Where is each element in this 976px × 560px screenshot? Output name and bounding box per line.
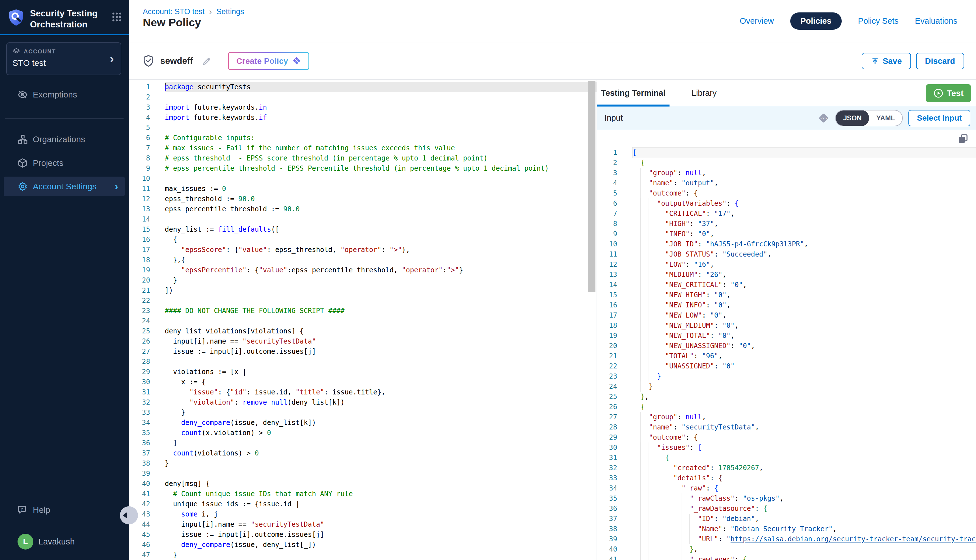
line-number: 13 bbox=[129, 204, 165, 214]
sidebar-item-label: Organizations bbox=[33, 135, 85, 144]
code-line: 34 "_raw": { bbox=[597, 483, 976, 493]
line-number: 15 bbox=[129, 224, 165, 235]
code-line: 25 }, bbox=[597, 392, 976, 402]
test-label: Test bbox=[947, 88, 964, 98]
code-line: 41 # Count unique issue IDs that match A… bbox=[129, 489, 597, 499]
input-json-code[interactable]: 1[2 {3 "group": null,4 "name": "output",… bbox=[597, 147, 976, 560]
line-number: 17 bbox=[597, 310, 632, 320]
line-number: 2 bbox=[597, 158, 632, 168]
avatar: L bbox=[18, 534, 33, 550]
policy-toolbar: sewdeff Create Policy ❖ Save bbox=[129, 43, 976, 80]
code-line: 40 }, bbox=[597, 544, 976, 554]
sidebar-item-exemptions[interactable]: Exemptions bbox=[0, 85, 129, 105]
discard-label: Discard bbox=[925, 57, 955, 66]
terminal-tabs: Testing Terminal Library Test bbox=[597, 80, 976, 106]
code-line: 10 "JOB_ID": "hAJS5-p4-GfrcCk9p3l3PR", bbox=[597, 239, 976, 249]
nav-policies-pill[interactable]: Policies bbox=[790, 12, 842, 30]
sidebar-item-projects[interactable]: Projects bbox=[0, 153, 129, 173]
line-number: 6 bbox=[597, 198, 632, 208]
code-line: 21 "TOTAL": "96", bbox=[597, 351, 976, 361]
code-line: 29 violations := [x | bbox=[129, 367, 597, 377]
line-number: 10 bbox=[129, 173, 165, 183]
code-line: 42 unique_issue_ids := {issue.id | bbox=[129, 499, 597, 509]
line-number: 1 bbox=[597, 147, 632, 158]
code-line: 7 "CRITICAL": "17", bbox=[597, 208, 976, 219]
format-option-json[interactable]: JSON bbox=[836, 110, 869, 126]
code-line: 40deny[msg] { bbox=[129, 478, 597, 489]
eye-off-icon bbox=[18, 90, 28, 100]
code-line: 41 "_rawLayer": { bbox=[597, 554, 976, 560]
format-toggle[interactable]: JSON YAML bbox=[835, 110, 903, 126]
line-number: 4 bbox=[597, 178, 632, 188]
sidebar-item-account-settings[interactable]: Account Settings › bbox=[4, 177, 125, 197]
tab-library[interactable]: Library bbox=[688, 80, 721, 106]
discard-button[interactable]: Discard bbox=[916, 53, 964, 69]
line-number: 32 bbox=[597, 463, 632, 473]
sidebar-item-help[interactable]: ? Help bbox=[0, 500, 129, 520]
shield-check-icon bbox=[143, 55, 154, 67]
line-number: 28 bbox=[129, 357, 165, 367]
code-line: 4 "name": "output", bbox=[597, 178, 976, 188]
code-line: 9# epss_percentile_threshold - EPSS Perc… bbox=[129, 163, 597, 173]
breadcrumb-settings-link[interactable]: Settings bbox=[217, 7, 244, 16]
copy-icon[interactable] bbox=[958, 133, 969, 144]
code-line: 8# epss_threshold - EPSS score threshold… bbox=[129, 153, 597, 163]
breadcrumb-separator-icon: › bbox=[209, 7, 212, 17]
tab-testing-terminal[interactable]: Testing Terminal bbox=[597, 80, 670, 106]
code-line: 15 "NEW_HIGH": "0", bbox=[597, 290, 976, 300]
code-line: 26 { bbox=[597, 402, 976, 412]
code-line: 39 "URL": "https://salsa.debian.org/secu… bbox=[597, 534, 976, 544]
code-line: 14 "NEW_CRITICAL": "0", bbox=[597, 280, 976, 290]
nav-overview-link[interactable]: Overview bbox=[740, 17, 774, 26]
line-number: 12 bbox=[597, 259, 632, 270]
nav-evaluations-link[interactable]: Evaluations bbox=[915, 17, 958, 26]
code-line: 26 input[i].name == "securityTestData" bbox=[129, 336, 597, 347]
sidebar-item-label: Account Settings bbox=[33, 182, 97, 191]
select-input-button[interactable]: Select Input bbox=[908, 110, 970, 126]
code-line: 39 bbox=[129, 468, 597, 478]
line-number: 38 bbox=[597, 524, 632, 534]
cube-icon bbox=[18, 158, 28, 168]
code-line: 30 "issues": [ bbox=[597, 442, 976, 453]
line-number: 14 bbox=[597, 280, 632, 290]
code-line: 20 } bbox=[129, 275, 597, 285]
svg-text:?: ? bbox=[21, 507, 23, 512]
line-number: 32 bbox=[129, 397, 165, 407]
format-option-yaml[interactable]: YAML bbox=[869, 110, 902, 126]
sidebar-item-organizations[interactable]: Organizations bbox=[0, 129, 129, 149]
account-scope-label: ACCOUNT bbox=[24, 48, 56, 55]
user-profile[interactable]: L Lavakush bbox=[0, 532, 129, 552]
code-line: 8 "HIGH": "37", bbox=[597, 219, 976, 229]
policy-code-editor[interactable]: 1package securityTests23import future.ke… bbox=[129, 80, 597, 560]
code-line: 35 "_rawClass": "os-pkgs", bbox=[597, 493, 976, 503]
code-line: 38 "Name": "Debian Security Tracker", bbox=[597, 524, 976, 534]
code-line: 35 count(x.violation) > 0 bbox=[129, 428, 597, 438]
edit-pencil-icon[interactable] bbox=[202, 56, 212, 66]
line-number: 40 bbox=[597, 544, 632, 554]
code-line: 6# Configurable inputs: bbox=[129, 133, 597, 143]
line-number: 23 bbox=[129, 306, 165, 316]
line-number: 22 bbox=[597, 361, 632, 371]
create-policy-button[interactable]: Create Policy ❖ bbox=[228, 52, 309, 70]
code-line: 33 } bbox=[129, 407, 597, 418]
line-number: 47 bbox=[129, 550, 165, 560]
line-number: 37 bbox=[597, 514, 632, 524]
save-button[interactable]: Save bbox=[862, 53, 911, 69]
line-number: 34 bbox=[597, 483, 632, 493]
code-line: 34 deny_compare(issue, deny_list[k]) bbox=[129, 418, 597, 428]
nav-policy-sets-link[interactable]: Policy Sets bbox=[858, 17, 899, 26]
layers-icon bbox=[12, 47, 20, 55]
editor-scrollbar-thumb[interactable] bbox=[588, 81, 595, 292]
line-number: 26 bbox=[129, 336, 165, 347]
accent-divider bbox=[0, 34, 129, 35]
editor-scrollbar[interactable] bbox=[588, 80, 595, 560]
line-number: 27 bbox=[129, 347, 165, 357]
module-grid-icon[interactable] bbox=[112, 12, 122, 22]
sidebar-collapse-handle[interactable] bbox=[120, 506, 138, 524]
code-line: 5 bbox=[129, 123, 597, 133]
account-selector[interactable]: ACCOUNT STO test › bbox=[6, 42, 121, 75]
test-button[interactable]: Test bbox=[926, 84, 971, 102]
line-number: 41 bbox=[129, 489, 165, 499]
breadcrumb-account-link[interactable]: Account: STO test bbox=[143, 7, 205, 16]
triangle-left-icon bbox=[123, 512, 127, 518]
